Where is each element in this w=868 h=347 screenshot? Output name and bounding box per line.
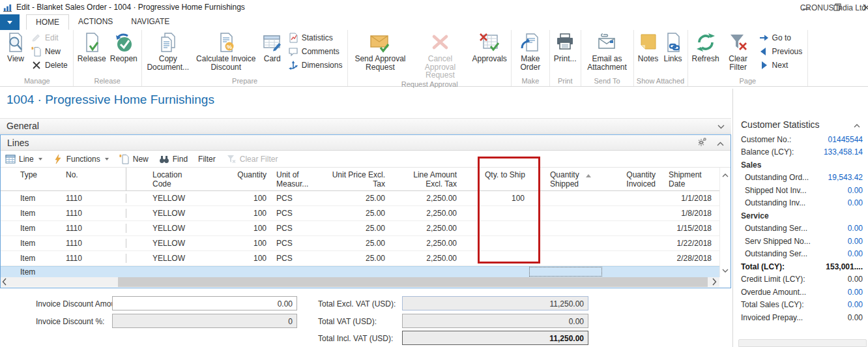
customize-gears-icon[interactable] bbox=[697, 136, 708, 149]
cell-no[interactable]: 1110 bbox=[66, 254, 126, 263]
outstanding-serv-invoices-value[interactable]: 0.00 bbox=[848, 249, 863, 258]
cell-uom[interactable]: PCS bbox=[270, 194, 322, 203]
tab-navigate[interactable]: NAVIGATE bbox=[122, 14, 179, 30]
scroll-down-icon[interactable] bbox=[722, 265, 729, 275]
collapsed-factbox-bar[interactable] bbox=[738, 339, 867, 347]
overdue-amount-value[interactable]: 0.00 bbox=[848, 288, 863, 297]
scrollbar-thumb[interactable] bbox=[118, 277, 708, 287]
column-header-unit-price[interactable]: Unit Price Excl. Tax bbox=[322, 168, 389, 190]
cell-uom[interactable]: PCS bbox=[270, 224, 322, 233]
clear-filter-line-button[interactable]: Clear Filter bbox=[226, 154, 278, 164]
column-header-quantity-shipped[interactable]: Quantity Shipped bbox=[529, 168, 604, 190]
serv-shipped-value[interactable]: 0.00 bbox=[848, 237, 863, 246]
cell-quantity[interactable]: 100 bbox=[218, 254, 270, 263]
column-header-type[interactable]: Type bbox=[1, 168, 66, 190]
cell-line-amount[interactable]: 2,250.00 bbox=[389, 194, 461, 203]
view-button[interactable]: View bbox=[3, 31, 28, 63]
vertical-scrollbar[interactable] bbox=[719, 168, 731, 277]
table-row[interactable]: Item 1110 YELLOW 100 PCS 25.00 2,250.00 … bbox=[1, 206, 731, 221]
next-button[interactable]: Next bbox=[759, 60, 803, 70]
column-header-no[interactable]: No. bbox=[66, 168, 126, 190]
cell-location[interactable]: YELLOW bbox=[126, 254, 218, 263]
cell-shipment-date[interactable]: 1/15/2018 bbox=[659, 224, 719, 233]
clear-filter-button[interactable]: Clear Filter bbox=[721, 31, 755, 71]
new-line-button[interactable]: New bbox=[119, 154, 149, 164]
email-as-attachment-button[interactable]: Email as Attachment bbox=[583, 31, 631, 71]
cell-no[interactable]: 1110 bbox=[66, 194, 126, 203]
lines-section-header[interactable]: Lines bbox=[1, 135, 731, 151]
horizontal-scrollbar[interactable] bbox=[1, 277, 719, 287]
edit-button[interactable]: Edit bbox=[31, 33, 68, 43]
chevron-down-icon[interactable] bbox=[717, 121, 725, 131]
customer-no-value[interactable]: 01445544 bbox=[828, 135, 863, 144]
cell-no[interactable]: 1110 bbox=[66, 209, 126, 218]
column-header-location-code[interactable]: Location Code bbox=[126, 168, 218, 190]
table-row[interactable]: Item 1110 YELLOW 100 PCS 25.00 2,250.00 … bbox=[1, 221, 731, 236]
comments-button[interactable]: Comments bbox=[288, 46, 343, 57]
cell-uom[interactable]: PCS bbox=[270, 254, 322, 263]
copy-document-button[interactable]: Copy Document... bbox=[144, 31, 192, 71]
make-order-button[interactable]: Make Order bbox=[514, 31, 547, 71]
cell-type[interactable]: Item bbox=[1, 224, 66, 233]
notes-button[interactable]: Notes bbox=[636, 31, 661, 63]
filter-button[interactable]: Filter bbox=[198, 155, 216, 164]
card-button[interactable]: Card bbox=[260, 31, 285, 63]
cell-no[interactable]: 1110 bbox=[66, 239, 126, 248]
statistics-button[interactable]: Statistics bbox=[288, 33, 343, 43]
column-header-quantity[interactable]: Quantity bbox=[218, 168, 270, 190]
table-row[interactable]: Item 1110 YELLOW 100 PCS 25.00 2,250.00 … bbox=[1, 236, 731, 251]
cell-uom[interactable]: PCS bbox=[270, 239, 322, 248]
cell-shipment-date[interactable]: 1/22/2018 bbox=[659, 239, 719, 248]
column-header-qty-to-ship[interactable]: Qty. to Ship bbox=[461, 168, 529, 190]
cell-quantity[interactable]: 100 bbox=[218, 194, 270, 203]
find-button[interactable]: Find bbox=[159, 154, 188, 164]
cell-unit-price[interactable]: 25.00 bbox=[322, 194, 389, 203]
column-header-line-amount[interactable]: Line Amount Excl. Tax bbox=[389, 168, 461, 190]
approvals-button[interactable]: Approvals bbox=[470, 31, 508, 63]
factbox-header[interactable]: Customer Statistics bbox=[741, 119, 860, 130]
delete-button[interactable]: Delete bbox=[31, 60, 68, 70]
line-menu-button[interactable]: Line bbox=[5, 154, 42, 164]
cell-quantity[interactable]: 100 bbox=[218, 209, 270, 218]
selected-new-row[interactable]: Item bbox=[1, 266, 731, 277]
cell-quantity[interactable]: 100 bbox=[218, 224, 270, 233]
outstanding-invoices-value[interactable]: 0.00 bbox=[848, 198, 863, 207]
focused-cell-marquee[interactable] bbox=[529, 267, 602, 277]
cell-no[interactable]: 1110 bbox=[66, 224, 126, 233]
cell-location[interactable]: YELLOW bbox=[126, 209, 218, 218]
cell-quantity[interactable]: 100 bbox=[218, 239, 270, 248]
table-row[interactable]: Item 1110 YELLOW 100 PCS 25.00 2,250.00 … bbox=[1, 251, 731, 266]
cell-line-amount[interactable]: 2,250.00 bbox=[389, 224, 461, 233]
cell-type[interactable]: Item bbox=[1, 209, 66, 218]
cell-line-amount[interactable]: 2,250.00 bbox=[389, 209, 461, 218]
outstanding-orders-value[interactable]: 19,543.42 bbox=[828, 173, 863, 182]
outstanding-serv-orders-value[interactable]: 0.00 bbox=[848, 224, 863, 233]
links-button[interactable]: Links bbox=[661, 31, 686, 63]
cell-unit-price[interactable]: 25.00 bbox=[322, 254, 389, 263]
chevron-up-icon[interactable] bbox=[854, 119, 860, 130]
cell-shipment-date[interactable]: 1/8/2018 bbox=[659, 209, 719, 218]
cell-unit-price[interactable]: 25.00 bbox=[322, 209, 389, 218]
column-header-shipment-date[interactable]: Shipment Date bbox=[659, 168, 719, 190]
cell-line-amount[interactable]: 2,250.00 bbox=[389, 254, 461, 263]
cell-type[interactable]: Item bbox=[1, 194, 66, 203]
cell-location[interactable]: YELLOW bbox=[126, 194, 218, 203]
cell-qty-to-ship[interactable]: 100 bbox=[461, 194, 529, 203]
cell-shipment-date[interactable]: 1/1/2018 bbox=[659, 194, 719, 203]
send-approval-request-button[interactable]: Send Approval Request bbox=[350, 31, 410, 71]
shipped-not-invoiced-value[interactable]: 0.00 bbox=[848, 186, 863, 195]
cell-uom[interactable]: PCS bbox=[270, 209, 322, 218]
cell-unit-price[interactable]: 25.00 bbox=[322, 239, 389, 248]
invoice-discount-amount-field[interactable]: 0.00 bbox=[112, 296, 297, 310]
total-sales-value[interactable]: 0.00 bbox=[848, 300, 863, 309]
chevron-up-icon[interactable] bbox=[717, 138, 724, 148]
column-header-quantity-invoiced[interactable]: Quantity Invoiced bbox=[604, 168, 659, 190]
application-menu-button[interactable] bbox=[0, 14, 20, 30]
scroll-left-icon[interactable] bbox=[2, 278, 7, 288]
tab-home[interactable]: HOME bbox=[26, 14, 69, 30]
cell-type[interactable]: Item bbox=[1, 239, 66, 248]
go-to-button[interactable]: Go to bbox=[759, 33, 803, 43]
table-row[interactable]: Item 1110 YELLOW 100 PCS 25.00 2,250.00 … bbox=[1, 191, 731, 206]
cell-unit-price[interactable]: 25.00 bbox=[322, 224, 389, 233]
scroll-up-icon[interactable] bbox=[722, 170, 729, 179]
